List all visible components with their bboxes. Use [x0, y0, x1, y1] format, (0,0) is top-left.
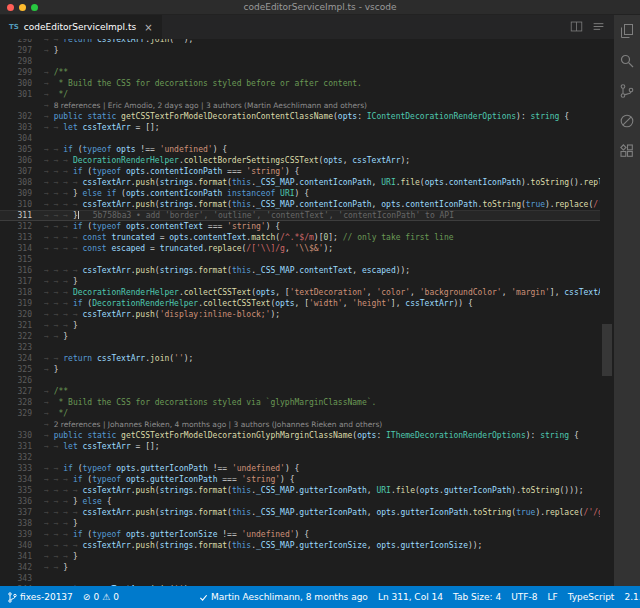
code-line[interactable]: 323	[0, 342, 600, 353]
code-line[interactable]: 313→ → → → const truncated = opts.conten…	[0, 232, 600, 243]
line-number[interactable]: 330	[0, 430, 44, 441]
line-number[interactable]: 329	[0, 408, 44, 419]
line-number[interactable]: 341	[0, 551, 44, 562]
code-line[interactable]: 316→ → → → cssTextArr.push(strings.forma…	[0, 265, 600, 276]
line-number[interactable]: 344	[0, 584, 44, 586]
line-number[interactable]: 311	[0, 210, 44, 221]
code-line[interactable]: 324→ → return cssTextArr.join('');	[0, 353, 600, 364]
status-typescript-version[interactable]: 2.1.6	[624, 592, 640, 602]
code-line[interactable]: 319→ → → if (DecorationRenderHelper.coll…	[0, 298, 600, 309]
line-number[interactable]: 317	[0, 276, 44, 287]
line-number[interactable]: 327	[0, 386, 44, 397]
line-number[interactable]: 326	[0, 375, 44, 386]
line-number[interactable]: 300	[0, 78, 44, 89]
line-number[interactable]: 302	[0, 111, 44, 122]
codelens-text[interactable]: 2 references | Johannes Rieken, 4 months…	[54, 420, 383, 429]
line-number[interactable]: 303	[0, 122, 44, 133]
status-eol[interactable]: LF	[547, 592, 557, 602]
line-number[interactable]: 340	[0, 540, 44, 551]
extensions-icon[interactable]	[619, 143, 635, 159]
code-line[interactable]: 318→ → → DecorationRenderHelper.collectC…	[0, 287, 600, 298]
git-branch-indicator[interactable]: fixes-20137	[8, 592, 73, 603]
source-control-icon[interactable]	[619, 83, 635, 99]
line-number[interactable]: 310	[0, 199, 44, 210]
line-number[interactable]: 298	[0, 56, 44, 67]
search-icon[interactable]	[619, 53, 635, 69]
code-line[interactable]: 339→ → → if (typeof opts.gutterIconSize …	[0, 529, 600, 540]
line-number[interactable]: 308	[0, 177, 44, 188]
files-icon[interactable]	[619, 23, 635, 39]
code-line[interactable]: 343	[0, 573, 600, 584]
line-number[interactable]: 304	[0, 133, 44, 144]
line-number[interactable]: 322	[0, 331, 44, 342]
code-line[interactable]: 340→ → → → cssTextArr.push(strings.forma…	[0, 540, 600, 551]
code-line[interactable]: 336→ → → } else {	[0, 496, 600, 507]
status-cursor-position[interactable]: Ln 311, Col 14	[378, 592, 443, 602]
vertical-scrollbar[interactable]	[600, 39, 614, 586]
status-language-mode[interactable]: TypeScript	[568, 592, 615, 602]
status-tab-size[interactable]: Tab Size: 4	[453, 592, 501, 602]
code-line[interactable]: 320→ → → → cssTextArr.push('display:inli…	[0, 309, 600, 320]
line-number[interactable]: 337	[0, 507, 44, 518]
line-number[interactable]: 333	[0, 463, 44, 474]
code-line[interactable]: 301→ */	[0, 89, 600, 100]
code-line[interactable]: 305→ → if (typeof opts !== 'undefined') …	[0, 144, 600, 155]
maximize-window-button[interactable]	[31, 4, 38, 11]
line-number[interactable]: 307	[0, 166, 44, 177]
line-number[interactable]: 313	[0, 232, 44, 243]
code-line[interactable]: 321→ → → }	[0, 320, 600, 331]
line-number[interactable]: 334	[0, 474, 44, 485]
code-line[interactable]: 334→ → → if (typeof opts.gutterIconPath …	[0, 474, 600, 485]
line-number[interactable]: 301	[0, 89, 44, 100]
codelens-row[interactable]: → 8 references | Eric Amodio, 2 days ago…	[0, 100, 600, 111]
code-line[interactable]: 300→ * Build the CSS for decorations sty…	[0, 78, 600, 89]
code-line[interactable]: 307→ → → if (typeof opts.contentIconPath…	[0, 166, 600, 177]
code-line[interactable]: 333→ → if (typeof opts.gutterIconPath !=…	[0, 463, 600, 474]
line-number[interactable]: 320	[0, 309, 44, 320]
code-line[interactable]: 331→ → let cssTextArr = [];	[0, 441, 600, 452]
split-editor-icon[interactable]	[570, 18, 583, 37]
debug-icon[interactable]	[619, 113, 635, 129]
line-number[interactable]: 312	[0, 221, 44, 232]
code-line[interactable]: 304	[0, 133, 600, 144]
code-line[interactable]: 299→ /**	[0, 67, 600, 78]
code-line[interactable]: 315	[0, 254, 600, 265]
line-number[interactable]: 297	[0, 45, 44, 56]
line-number[interactable]: 325	[0, 364, 44, 375]
line-number[interactable]: 305	[0, 144, 44, 155]
code-line[interactable]: 322→ → }	[0, 331, 600, 342]
gitlens-blame-status[interactable]: Martin Aeschlimann, 8 months ago	[199, 592, 368, 602]
code-line[interactable]: 327→ /**	[0, 386, 600, 397]
line-number[interactable]: 332	[0, 452, 44, 463]
code-line[interactable]: 335→ → → → cssTextArr.push(strings.forma…	[0, 485, 600, 496]
code-line[interactable]: 310→ → → → cssTextArr.push(strings.forma…	[0, 199, 600, 210]
code-line[interactable]: 297→ }	[0, 45, 600, 56]
code-line[interactable]: 298	[0, 56, 600, 67]
line-number[interactable]: 343	[0, 573, 44, 584]
code-line[interactable]: 306→ → → DecorationRenderHelper.collectB…	[0, 155, 600, 166]
close-window-button[interactable]	[7, 4, 14, 11]
line-number[interactable]: 339	[0, 529, 44, 540]
code-line[interactable]: 303→ → let cssTextArr = [];	[0, 122, 600, 133]
line-number[interactable]: 319	[0, 298, 44, 309]
code-editor[interactable]: 296→ → return cssTextArr.join('');297→ }…	[0, 39, 614, 586]
tab-codeEditorServiceImpl[interactable]: TS codeEditorServiceImpl.ts ×	[0, 15, 162, 39]
line-number[interactable]: 318	[0, 287, 44, 298]
code-line[interactable]: 317→ → → }	[0, 276, 600, 287]
open-editors-icon[interactable]	[592, 18, 605, 37]
line-number[interactable]: 315	[0, 254, 44, 265]
line-number[interactable]: 328	[0, 397, 44, 408]
line-number[interactable]: 335	[0, 485, 44, 496]
code-line[interactable]: 312→ → → if (typeof opts.contentText ===…	[0, 221, 600, 232]
line-number[interactable]: 342	[0, 562, 44, 573]
code-line[interactable]: 309→ → → } else if (opts.contentIconPath…	[0, 188, 600, 199]
close-tab-icon[interactable]: ×	[144, 22, 152, 33]
line-number[interactable]: 336	[0, 496, 44, 507]
line-number[interactable]: 324	[0, 353, 44, 364]
code-line[interactable]: 325→ }	[0, 364, 600, 375]
code-line[interactable]: 328→ * Build the CSS for decorations sty…	[0, 397, 600, 408]
line-number[interactable]: 314	[0, 243, 44, 254]
line-number[interactable]: 321	[0, 320, 44, 331]
status-encoding[interactable]: UTF-8	[511, 592, 537, 602]
code-line[interactable]: 308→ → → → cssTextArr.push(strings.forma…	[0, 177, 600, 188]
